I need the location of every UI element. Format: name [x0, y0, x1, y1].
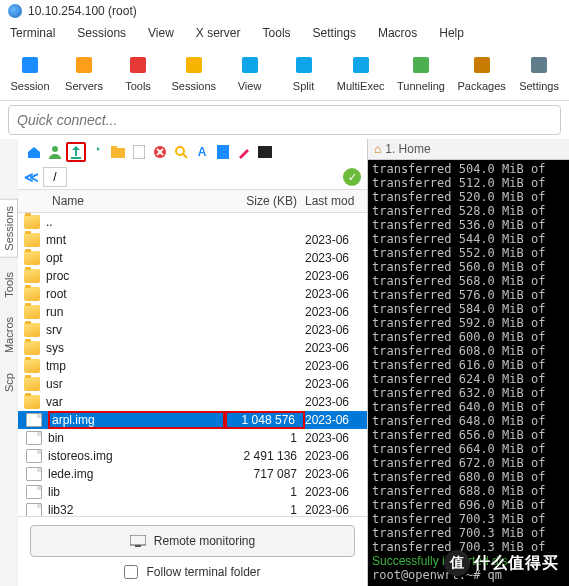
toolbar-sessions[interactable]: Sessions [166, 50, 222, 94]
toolbar-label: View [238, 80, 262, 92]
menu-help[interactable]: Help [439, 26, 464, 40]
follow-terminal-checkbox[interactable] [124, 565, 138, 579]
menu-sessions[interactable]: Sessions [77, 26, 126, 40]
globe-icon [8, 4, 22, 18]
paste-icon[interactable] [213, 142, 233, 162]
brush-icon[interactable] [234, 142, 254, 162]
toolbar-view[interactable]: View [224, 50, 276, 94]
path-ok-icon: ✓ [343, 168, 361, 186]
file-row[interactable]: istoreos.img2 491 1362023-06 [18, 447, 367, 465]
side-tab-scp[interactable]: Scp [0, 367, 18, 398]
file-size: 1 048 576 [225, 411, 305, 429]
file-date: 2023-06 [305, 503, 361, 516]
menu-macros[interactable]: Macros [378, 26, 417, 40]
file-name: root [46, 287, 225, 301]
file-row[interactable]: .. [18, 213, 367, 231]
font-icon[interactable]: A [192, 142, 212, 162]
file-row[interactable]: var2023-06 [18, 393, 367, 411]
file-date: 2023-06 [305, 287, 361, 301]
tools-icon [125, 52, 151, 78]
back-chevrons-icon[interactable]: ≪ [24, 169, 39, 185]
folder-icon [24, 377, 40, 391]
sftp-panel: A ≪ / ✓ Name Size (KB) Last mod ..mnt202… [18, 139, 368, 586]
toolbar-session[interactable]: Session [4, 50, 56, 94]
file-row[interactable]: arpl.img1 048 5762023-06 [18, 411, 367, 429]
file-icon [26, 413, 42, 427]
terminal-panel: ⌂ 1. Home transferred 504.0 MiB of trans… [368, 139, 569, 586]
file-row[interactable]: proc2023-06 [18, 267, 367, 285]
upload-icon[interactable] [66, 142, 86, 162]
toolbar-tunneling[interactable]: Tunneling [392, 50, 450, 94]
toolbar-servers[interactable]: Servers [58, 50, 110, 94]
toolbar-label: MultiExec [337, 80, 385, 92]
new-folder-icon[interactable] [108, 142, 128, 162]
toolbar-tools[interactable]: Tools [112, 50, 164, 94]
search-icon[interactable] [171, 142, 191, 162]
path-row: ≪ / ✓ [18, 165, 367, 189]
file-name: proc [46, 269, 225, 283]
folder-icon [24, 269, 40, 283]
folder-icon [24, 305, 40, 319]
toolbar-split[interactable]: Split [278, 50, 330, 94]
file-row[interactable]: mnt2023-06 [18, 231, 367, 249]
menu-settings[interactable]: Settings [313, 26, 356, 40]
side-tab-sessions[interactable]: Sessions [0, 199, 18, 258]
menu-tools[interactable]: Tools [263, 26, 291, 40]
file-name: mnt [46, 233, 225, 247]
file-date: 2023-06 [305, 305, 361, 319]
file-row[interactable]: usr2023-06 [18, 375, 367, 393]
terminal-tabs: ⌂ 1. Home [368, 139, 569, 160]
remote-monitoring-button[interactable]: Remote monitoring [30, 525, 355, 557]
col-name[interactable]: Name [24, 194, 225, 208]
home-icon[interactable] [24, 142, 44, 162]
svg-rect-8 [474, 57, 490, 73]
side-tab-macros[interactable]: Macros [0, 311, 18, 359]
file-row[interactable]: lib3212023-06 [18, 501, 367, 516]
user-icon[interactable] [45, 142, 65, 162]
col-date[interactable]: Last mod [305, 194, 361, 208]
toolbar-packages[interactable]: Packages [452, 50, 511, 94]
svg-rect-19 [130, 535, 146, 545]
menu-x-server[interactable]: X server [196, 26, 241, 40]
file-list[interactable]: ..mnt2023-06opt2023-06proc2023-06root202… [18, 213, 367, 516]
file-row[interactable]: tmp2023-06 [18, 357, 367, 375]
toolbar-label: Session [10, 80, 49, 92]
col-size[interactable]: Size (KB) [225, 194, 305, 208]
delete-icon[interactable] [150, 142, 170, 162]
side-tab-tools[interactable]: Tools [0, 266, 18, 304]
home-tab-icon: ⌂ [374, 142, 381, 156]
file-name: istoreos.img [48, 449, 225, 463]
terminal-output[interactable]: transferred 504.0 MiB of transferred 512… [368, 160, 569, 586]
refresh-icon[interactable] [87, 142, 107, 162]
file-row[interactable]: opt2023-06 [18, 249, 367, 267]
menu-view[interactable]: View [148, 26, 174, 40]
file-row[interactable]: lede.img717 0872023-06 [18, 465, 367, 483]
remote-monitoring-label: Remote monitoring [154, 534, 255, 548]
file-date: 2023-06 [305, 341, 361, 355]
watermark: 值 什么值得买 [444, 550, 559, 576]
folder-icon [24, 287, 40, 301]
file-date: 2023-06 [305, 233, 361, 247]
servers-icon [71, 52, 97, 78]
svg-rect-5 [296, 57, 312, 73]
file-row[interactable]: run2023-06 [18, 303, 367, 321]
new-file-icon[interactable] [129, 142, 149, 162]
toolbar-multiexec[interactable]: MultiExec [332, 50, 390, 94]
toolbar-settings[interactable]: Settings [513, 50, 565, 94]
path-input[interactable]: / [43, 167, 67, 187]
file-row[interactable]: root2023-06 [18, 285, 367, 303]
file-size: 1 [225, 431, 305, 445]
session-icon [17, 52, 43, 78]
terminal-tab[interactable]: 1. Home [385, 142, 430, 156]
svg-rect-12 [111, 148, 125, 158]
quick-connect-input[interactable] [8, 105, 561, 135]
file-row[interactable]: bin12023-06 [18, 429, 367, 447]
file-row[interactable]: srv2023-06 [18, 321, 367, 339]
menu-bar: TerminalSessionsViewX serverToolsSetting… [0, 22, 569, 44]
svg-rect-0 [22, 57, 38, 73]
window-title: 10.10.254.100 (root) [28, 4, 137, 18]
menu-terminal[interactable]: Terminal [10, 26, 55, 40]
file-row[interactable]: lib12023-06 [18, 483, 367, 501]
terminal-icon[interactable] [255, 142, 275, 162]
file-row[interactable]: sys2023-06 [18, 339, 367, 357]
